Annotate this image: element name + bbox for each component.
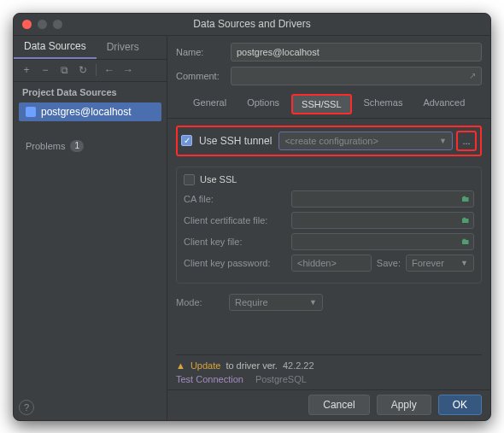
- folder-icon[interactable]: 🖿: [461, 215, 470, 225]
- use-ssh-row: ✓ Use SSH tunnel <create configuration> …: [176, 126, 482, 156]
- client-cert-field[interactable]: 🖿: [291, 212, 474, 229]
- zoom-window-icon[interactable]: [53, 20, 62, 29]
- tab-data-sources[interactable]: Data Sources: [14, 36, 97, 59]
- use-ssh-checkbox[interactable]: ✓: [181, 135, 192, 146]
- ca-file-field[interactable]: 🖿: [291, 190, 474, 208]
- save-select[interactable]: Forever ▼: [406, 255, 474, 272]
- redo-icon[interactable]: →: [120, 62, 136, 78]
- client-key-pwd-field[interactable]: <hidden>: [291, 255, 372, 272]
- ssl-block: ✓ Use SSL CA file: 🖿 Client certificate …: [176, 167, 482, 284]
- titlebar: Data Sources and Drivers: [14, 14, 490, 36]
- remove-icon[interactable]: −: [38, 62, 53, 78]
- use-ssl-label: Use SSL: [200, 174, 237, 184]
- cancel-button[interactable]: Cancel: [308, 395, 369, 415]
- tab-options[interactable]: Options: [238, 94, 288, 114]
- update-link[interactable]: Update: [190, 360, 220, 371]
- sidebar-tabs: Data Sources Drivers: [14, 36, 167, 60]
- chevron-down-icon: ▼: [439, 137, 447, 145]
- sidebar-toolbar: + − ⧉ ↻ ← →: [14, 60, 167, 82]
- window-controls: [22, 20, 62, 29]
- name-label: Name:: [176, 47, 224, 57]
- chevron-down-icon: ▼: [460, 259, 468, 267]
- dialog-footer: Cancel Apply OK: [167, 389, 490, 420]
- main-panel: Name: postgres@localhost Comment: Genera…: [167, 36, 490, 420]
- tab-schemas[interactable]: Schemas: [355, 94, 412, 114]
- comment-label: Comment:: [176, 71, 224, 81]
- inner-tabs: General Options SSH/SSL Schemas Advanced: [176, 91, 482, 114]
- use-ssl-checkbox[interactable]: ✓: [184, 174, 195, 185]
- chevron-down-icon: ▼: [309, 298, 317, 307]
- refresh-icon[interactable]: ↻: [75, 62, 91, 78]
- driver-name: PostgreSQL: [255, 374, 307, 384]
- sidebar-item-label: postgres@localhost: [41, 106, 132, 118]
- save-label: Save:: [377, 258, 401, 268]
- use-ssh-label: Use SSH tunnel: [199, 135, 272, 147]
- dialog-title: Data Sources and Drivers: [193, 18, 310, 30]
- ok-button[interactable]: OK: [438, 395, 482, 415]
- ca-file-label: CA file:: [184, 194, 286, 204]
- notice-text: to driver ver.: [226, 360, 278, 371]
- help-icon[interactable]: ?: [19, 400, 34, 415]
- name-field[interactable]: postgres@localhost: [231, 43, 482, 61]
- copy-icon[interactable]: ⧉: [56, 62, 72, 78]
- mode-value: Require: [235, 297, 268, 307]
- tab-advanced[interactable]: Advanced: [414, 94, 473, 114]
- folder-icon[interactable]: 🖿: [461, 237, 470, 246]
- ssh-config-select[interactable]: <create configuration> ▼: [278, 132, 453, 150]
- test-connection-link[interactable]: Test Connection: [176, 374, 243, 384]
- ssh-config-placeholder: <create configuration>: [284, 136, 378, 146]
- client-key-field[interactable]: 🖿: [291, 233, 474, 250]
- mode-select[interactable]: Require ▼: [229, 294, 323, 311]
- database-icon: [26, 107, 36, 117]
- problems-count-badge: 1: [70, 140, 84, 152]
- tab-drivers[interactable]: Drivers: [97, 36, 149, 59]
- folder-icon[interactable]: 🖿: [461, 194, 470, 203]
- section-title: Project Data Sources: [14, 82, 167, 101]
- problems-label: Problems: [26, 141, 65, 151]
- name-value: postgres@localhost: [237, 47, 319, 57]
- client-cert-label: Client certificate file:: [184, 215, 286, 225]
- close-window-icon[interactable]: [22, 20, 32, 29]
- warning-icon: ▲: [176, 360, 185, 371]
- save-value: Forever: [412, 258, 444, 268]
- tab-ssh-ssl[interactable]: SSH/SSL: [291, 94, 351, 114]
- ssh-config-more-button[interactable]: ...: [456, 131, 477, 151]
- sidebar: Data Sources Drivers + − ⧉ ↻ ← → Project…: [14, 36, 167, 420]
- undo-icon[interactable]: ←: [102, 62, 117, 78]
- sidebar-item-problems[interactable]: Problems 1: [14, 135, 167, 157]
- pwd-value: <hidden>: [297, 258, 337, 268]
- client-key-pwd-label: Client key password:: [184, 258, 286, 268]
- sidebar-item-postgres[interactable]: postgres@localhost: [19, 102, 161, 121]
- apply-button[interactable]: Apply: [377, 395, 431, 415]
- add-icon[interactable]: +: [19, 62, 34, 78]
- dialog-window: Data Sources and Drivers Data Sources Dr…: [13, 13, 491, 421]
- minimize-window-icon[interactable]: [38, 20, 47, 29]
- driver-notice: ▲ Update to driver ver. 42.2.22: [176, 354, 482, 371]
- comment-field[interactable]: [231, 67, 482, 85]
- tab-general[interactable]: General: [185, 94, 235, 114]
- driver-version: 42.2.22: [283, 360, 314, 371]
- toolbar-separator: [96, 64, 97, 76]
- mode-label: Mode:: [176, 297, 224, 307]
- client-key-label: Client key file:: [184, 237, 286, 247]
